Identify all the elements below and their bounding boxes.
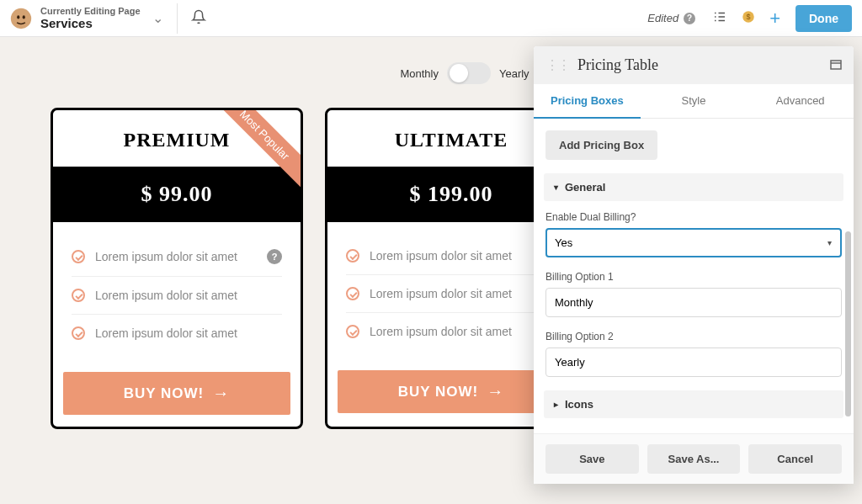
chevron-down-icon: ▾	[554, 183, 558, 192]
expand-icon[interactable]	[830, 58, 842, 73]
save-as-button[interactable]: Save As...	[647, 444, 741, 474]
check-icon	[72, 250, 85, 263]
tab-pricing-boxes[interactable]: Pricing Boxes	[534, 84, 641, 119]
enable-dual-value: Yes	[545, 228, 842, 257]
billing-toggle-switch[interactable]	[447, 62, 491, 84]
billing-opt2-label: Yearly	[499, 67, 529, 80]
panel-footer: Save Save As... Cancel	[534, 433, 854, 484]
panel-header[interactable]: ⋮⋮ Pricing Table	[534, 46, 854, 84]
tooltip-icon[interactable]: ?	[267, 249, 282, 264]
add-module-icon[interactable]: +	[769, 8, 780, 29]
feature-item: Lorem ipsum dolor sit amet	[72, 277, 282, 315]
svg-text:$: $	[747, 13, 751, 21]
check-icon	[346, 287, 359, 300]
billing1-label: Billing Option 1	[545, 271, 842, 283]
edited-status: Edited	[647, 12, 678, 24]
feature-item: Lorem ipsum dolor sit amet	[346, 275, 556, 313]
feature-list: Lorem ipsum dolor sit amet? Lorem ipsum …	[53, 222, 301, 357]
arrow-right-icon: →	[487, 382, 504, 401]
divider	[177, 3, 178, 34]
billing1-input[interactable]	[545, 288, 842, 317]
page-selector[interactable]: Currently Editing Page Services	[40, 6, 141, 30]
editing-label: Currently Editing Page	[40, 6, 141, 16]
money-icon[interactable]: $	[741, 9, 756, 28]
cancel-button[interactable]: Cancel	[748, 444, 842, 474]
enable-dual-select[interactable]: Yes ▾	[545, 228, 842, 257]
toggle-knob	[450, 64, 468, 82]
svg-point-2	[23, 15, 25, 19]
svg-point-1	[17, 15, 19, 19]
section-icons[interactable]: ▸Icons	[544, 390, 843, 418]
builder-logo-icon	[10, 8, 32, 29]
svg-point-0	[11, 8, 31, 28]
check-icon	[346, 325, 359, 338]
scrollbar[interactable]	[845, 231, 851, 416]
top-toolbar: Currently Editing Page Services ⌄ Edited…	[0, 0, 862, 37]
panel-tabs: Pricing Boxes Style Advanced	[534, 84, 854, 119]
notifications-icon[interactable]	[191, 9, 206, 28]
panel-title: Pricing Table	[577, 56, 830, 74]
feature-item: Lorem ipsum dolor sit amet	[72, 315, 282, 352]
check-icon	[72, 289, 85, 302]
feature-item: Lorem ipsum dolor sit amet	[346, 313, 556, 350]
feature-item: Lorem ipsum dolor sit amet?	[72, 237, 282, 277]
check-icon	[72, 326, 85, 340]
tab-advanced[interactable]: Advanced	[747, 84, 854, 118]
pricing-box-premium[interactable]: Most Popular PREMIUM $ 99.00 Lorem ipsum…	[51, 108, 303, 429]
page-name: Services	[40, 16, 141, 30]
tab-style[interactable]: Style	[641, 84, 748, 118]
chevron-right-icon: ▸	[554, 400, 558, 409]
check-icon	[346, 249, 359, 263]
drag-grip-icon[interactable]: ⋮⋮	[545, 57, 569, 73]
billing2-input[interactable]	[545, 347, 842, 377]
settings-panel: ⋮⋮ Pricing Table Pricing Boxes Style Adv…	[534, 46, 854, 484]
panel-body: Add Pricing Box ▾General Enable Dual Bil…	[534, 119, 854, 433]
done-button[interactable]: Done	[795, 5, 852, 32]
price: $ 99.00	[53, 167, 301, 222]
feature-item: Lorem ipsum dolor sit amet	[346, 237, 556, 275]
section-general[interactable]: ▾General	[544, 173, 843, 201]
add-pricing-box-button[interactable]: Add Pricing Box	[545, 130, 657, 160]
chevron-down-icon[interactable]: ⌄	[152, 10, 163, 26]
buy-button[interactable]: BUY NOW!→	[63, 372, 290, 415]
enable-dual-label: Enable Dual Billing?	[545, 211, 842, 223]
billing2-label: Billing Option 2	[545, 331, 842, 342]
outline-icon[interactable]	[712, 9, 727, 28]
save-button[interactable]: Save	[545, 444, 639, 474]
help-icon[interactable]: ?	[684, 13, 695, 24]
buy-button[interactable]: BUY NOW!→	[338, 370, 565, 413]
arrow-right-icon: →	[212, 384, 230, 403]
svg-rect-11	[831, 61, 841, 69]
billing-opt1-label: Monthly	[400, 67, 439, 80]
